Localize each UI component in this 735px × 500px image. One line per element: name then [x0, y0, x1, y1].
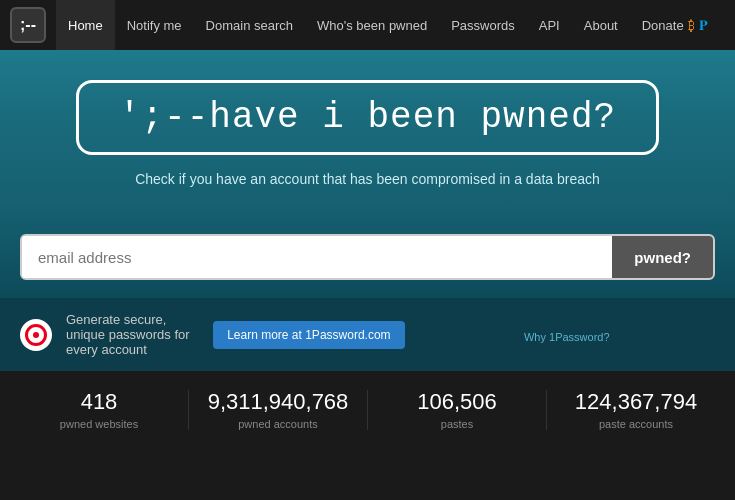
paypal-icon: 𝐏	[699, 17, 708, 34]
site-logo: ;--	[10, 7, 46, 43]
nav-whos-been-pwned[interactable]: Who's been pwned	[305, 0, 439, 50]
stat-paste-accounts: 124,367,794 paste accounts	[547, 389, 725, 430]
nav-api[interactable]: API	[527, 0, 572, 50]
promo-section: Generate secure, unique passwords for ev…	[0, 298, 735, 371]
stat-paste-accounts-number: 124,367,794	[547, 389, 725, 415]
pwned-button[interactable]: pwned?	[612, 236, 713, 278]
navbar: ;-- Home Notify me Domain search Who's b…	[0, 0, 735, 50]
stat-pwned-websites-label: pwned websites	[10, 418, 188, 430]
nav-passwords[interactable]: Passwords	[439, 0, 527, 50]
stat-pastes-label: pastes	[368, 418, 546, 430]
nav-links: Home Notify me Domain search Who's been …	[56, 0, 720, 50]
stat-pwned-accounts-label: pwned accounts	[189, 418, 367, 430]
stat-pwned-accounts-number: 9,311,940,768	[189, 389, 367, 415]
onepassword-logo	[20, 319, 52, 351]
hero-title: ';--have i been pwned?	[119, 97, 616, 138]
bitcoin-icon: ₿	[688, 18, 695, 33]
search-section: pwned?	[0, 212, 735, 298]
stat-pwned-websites-number: 418	[10, 389, 188, 415]
onepassword-dot	[33, 332, 39, 338]
nav-about[interactable]: About	[572, 0, 630, 50]
stat-paste-accounts-label: paste accounts	[547, 418, 725, 430]
learn-more-button[interactable]: Learn more at 1Password.com	[213, 321, 404, 349]
promo-text: Generate secure, unique passwords for ev…	[66, 312, 199, 357]
email-input[interactable]	[22, 236, 612, 278]
stat-pastes: 106,506 pastes	[368, 389, 546, 430]
hero-section: ';--have i been pwned? Check if you have…	[0, 50, 735, 212]
nav-donate[interactable]: Donate ₿ 𝐏	[630, 0, 720, 50]
hero-subtitle: Check if you have an account that has be…	[135, 171, 600, 187]
onepassword-inner	[25, 324, 47, 346]
nav-domain-search[interactable]: Domain search	[194, 0, 305, 50]
stats-section: 418 pwned websites 9,311,940,768 pwned a…	[0, 371, 735, 440]
stat-pastes-number: 106,506	[368, 389, 546, 415]
search-bar: pwned?	[20, 234, 715, 280]
nav-home[interactable]: Home	[56, 0, 115, 50]
why-1password-link[interactable]: Why 1Password?	[419, 331, 715, 343]
hero-title-box: ';--have i been pwned?	[76, 80, 659, 155]
logo-symbol: ;--	[20, 16, 36, 34]
nav-notify-me[interactable]: Notify me	[115, 0, 194, 50]
stat-pwned-accounts: 9,311,940,768 pwned accounts	[189, 389, 367, 430]
stat-pwned-websites: 418 pwned websites	[10, 389, 188, 430]
